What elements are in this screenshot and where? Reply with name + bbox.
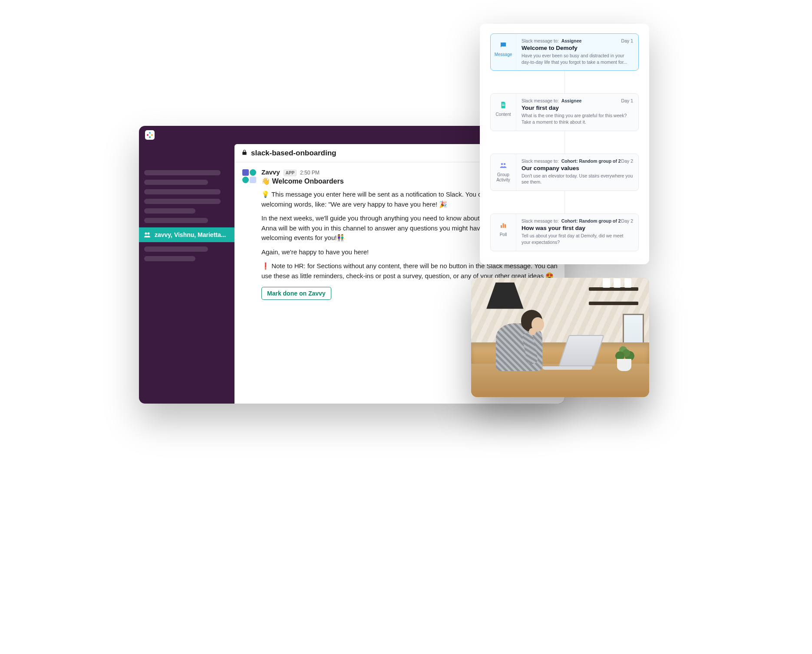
hero-photo — [471, 278, 649, 397]
slack-logo-icon — [145, 130, 155, 140]
svg-rect-0 — [147, 134, 149, 136]
message-title-text: Welcome Onboarders — [272, 177, 343, 185]
poll-icon — [499, 221, 508, 230]
step-recipient: Slack message to: Cohort: Random group o… — [522, 158, 621, 164]
message-icon — [499, 41, 508, 49]
photo-illustration — [471, 278, 649, 397]
sidebar-placeholder — [144, 208, 195, 214]
journey-step-group-activity[interactable]: Group Activity Slack message to: Cohort:… — [490, 154, 639, 191]
sidebar-placeholder — [144, 246, 208, 252]
svg-rect-2 — [151, 134, 153, 136]
step-day: Day 2 — [621, 218, 633, 223]
step-description: Have you ever been so busy and distracte… — [522, 53, 633, 65]
message-time: 2:50 PM — [300, 170, 320, 176]
step-recipient: Slack message to: Assignee — [522, 38, 581, 43]
svg-rect-7 — [502, 105, 505, 106]
sidebar-placeholder — [144, 170, 221, 175]
svg-point-4 — [145, 232, 147, 234]
step-day: Day 1 — [621, 98, 633, 103]
step-day: Day 2 — [621, 158, 633, 164]
channel-name: slack-based-onboarding — [251, 149, 336, 158]
step-description: Tell us about your first day at Demofy, … — [522, 233, 633, 245]
mark-done-button[interactable]: Mark done on Zavvy — [261, 287, 331, 300]
svg-rect-6 — [502, 104, 505, 105]
sidebar-placeholder — [144, 199, 221, 204]
step-title: Our company values — [522, 165, 633, 171]
sidebar-active-dm[interactable]: zavvy, Vishnu, Marietta... — [139, 227, 234, 242]
svg-rect-1 — [149, 132, 151, 134]
wave-emoji-icon: 👋 — [261, 177, 270, 185]
slack-sidebar: zavvy, Vishnu, Marietta... — [139, 144, 234, 404]
people-icon — [143, 231, 151, 239]
svg-point-5 — [147, 232, 149, 234]
step-type-label: Content — [495, 112, 511, 117]
step-type-label: Group Activity — [491, 172, 516, 183]
sidebar-placeholder — [144, 218, 208, 223]
journey-step-message[interactable]: Message Slack message to: Assignee Day 1… — [490, 33, 639, 71]
step-title: How was your first day — [522, 225, 633, 231]
sidebar-placeholder — [144, 189, 221, 194]
zavvy-avatar-icon — [241, 168, 257, 184]
app-badge: APP — [284, 170, 297, 176]
svg-point-8 — [501, 163, 503, 165]
journey-step-content[interactable]: Content Slack message to: Assignee Day 1… — [490, 93, 639, 131]
journey-step-poll[interactable]: Poll Slack message to: Cohort: Random gr… — [490, 214, 639, 251]
step-recipient: Slack message to: Cohort: Random group o… — [522, 218, 621, 223]
step-recipient: Slack message to: Assignee — [522, 98, 581, 103]
step-day: Day 1 — [621, 38, 633, 43]
step-description: What is the one thing you are grateful f… — [522, 112, 633, 125]
message-sender[interactable]: Zavvy — [261, 168, 280, 176]
step-type-label: Poll — [500, 232, 507, 237]
sidebar-placeholder — [144, 180, 208, 185]
journey-panel: Message Slack message to: Assignee Day 1… — [480, 24, 649, 264]
svg-point-9 — [504, 163, 506, 165]
step-title: Your first day — [522, 105, 633, 111]
group-icon — [499, 161, 508, 170]
connector-line — [564, 191, 565, 214]
connector-line — [564, 131, 565, 154]
svg-rect-3 — [149, 136, 151, 138]
step-description: Don't use an elevator today. Use stairs … — [522, 173, 633, 185]
sidebar-placeholder — [144, 256, 195, 261]
svg-rect-12 — [505, 224, 506, 228]
svg-rect-11 — [503, 223, 504, 228]
content-icon — [499, 101, 508, 109]
step-title: Welcome to Demofy — [522, 45, 633, 51]
connector-line — [564, 71, 565, 93]
step-type-label: Message — [495, 52, 512, 57]
sidebar-active-label: zavvy, Vishnu, Marietta... — [155, 231, 226, 238]
svg-rect-10 — [501, 225, 502, 228]
lock-icon — [241, 149, 248, 158]
